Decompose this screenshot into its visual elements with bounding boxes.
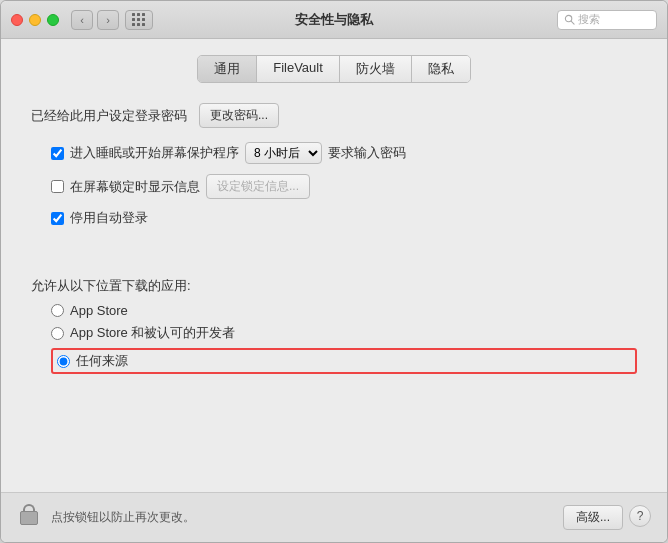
tabs: 通用 FileVault 防火墙 隐私 [31,55,637,83]
window-title: 安全性与隐私 [295,11,373,29]
bottom-right-buttons: 高级... ? [563,505,651,530]
download-radio-group: App Store App Store 和被认可的开发者 任何来源 [51,303,637,374]
bottombar: 点按锁钮以防止再次更改。 高级... ? [1,492,667,542]
help-button[interactable]: ? [629,505,651,527]
sleep-checkbox[interactable] [51,147,64,160]
appstore-dev-radio[interactable] [51,327,64,340]
bottombar-text: 点按锁钮以防止再次更改。 [51,509,553,526]
traffic-lights [11,14,59,26]
appstore-radio[interactable] [51,304,64,317]
close-button[interactable] [11,14,23,26]
appstore-label: App Store [70,303,128,318]
sleep-duration-select[interactable]: 8 小时后 [245,142,322,164]
download-title: 允许从以下位置下载的应用: [31,277,637,295]
sleep-row: 进入睡眠或开始屏幕保护程序 8 小时后 要求输入密码 [51,142,637,164]
tab-firewall[interactable]: 防火墙 [340,56,412,82]
sleep-label: 进入睡眠或开始屏幕保护程序 [70,144,239,162]
settings-section: 已经给此用户设定登录密码 更改密码... 进入睡眠或开始屏幕保护程序 8 小时后… [31,103,637,227]
search-placeholder: 搜索 [578,12,600,27]
grid-icon [132,13,146,27]
tab-general[interactable]: 通用 [198,56,257,82]
search-box[interactable]: 搜索 [557,10,657,30]
change-password-button[interactable]: 更改密码... [199,103,279,128]
maximize-button[interactable] [47,14,59,26]
auto-login-row: 停用自动登录 [51,209,637,227]
download-section: 允许从以下位置下载的应用: App Store App Store 和被认可的开… [31,277,637,374]
lock-icon[interactable] [17,504,41,532]
appstore-dev-label: App Store 和被认可的开发者 [70,324,235,342]
tab-filevault[interactable]: FileVault [257,56,340,82]
require-password-label: 要求输入密码 [328,144,406,162]
radio-appstore-dev: App Store 和被认可的开发者 [51,324,637,342]
svg-line-1 [571,21,574,24]
titlebar: ‹ › 安全性与隐私 搜索 [1,1,667,39]
nav-buttons: ‹ › [71,10,119,30]
radio-anywhere: 任何来源 [51,348,637,374]
grid-button[interactable] [125,10,153,30]
password-row: 已经给此用户设定登录密码 更改密码... [31,103,637,128]
search-icon [564,14,575,25]
lock-info-label: 在屏幕锁定时显示信息 [70,178,200,196]
lock-info-row: 在屏幕锁定时显示信息 设定锁定信息... [51,174,637,199]
password-label: 已经给此用户设定登录密码 [31,107,187,125]
radio-appstore: App Store [51,303,637,318]
anywhere-radio[interactable] [57,355,70,368]
svg-point-0 [565,15,571,21]
forward-button[interactable]: › [97,10,119,30]
lock-info-checkbox[interactable] [51,180,64,193]
window: ‹ › 安全性与隐私 搜索 通用 FileVault 防火墙 [0,0,668,543]
auto-login-label: 停用自动登录 [70,209,148,227]
back-button[interactable]: ‹ [71,10,93,30]
minimize-button[interactable] [29,14,41,26]
lock-body [20,511,38,525]
advanced-button[interactable]: 高级... [563,505,623,530]
tab-group: 通用 FileVault 防火墙 隐私 [197,55,471,83]
tab-privacy[interactable]: 隐私 [412,56,470,82]
auto-login-checkbox[interactable] [51,212,64,225]
lock-info-button[interactable]: 设定锁定信息... [206,174,310,199]
anywhere-label: 任何来源 [76,352,128,370]
main-content: 通用 FileVault 防火墙 隐私 已经给此用户设定登录密码 更改密码...… [1,39,667,492]
